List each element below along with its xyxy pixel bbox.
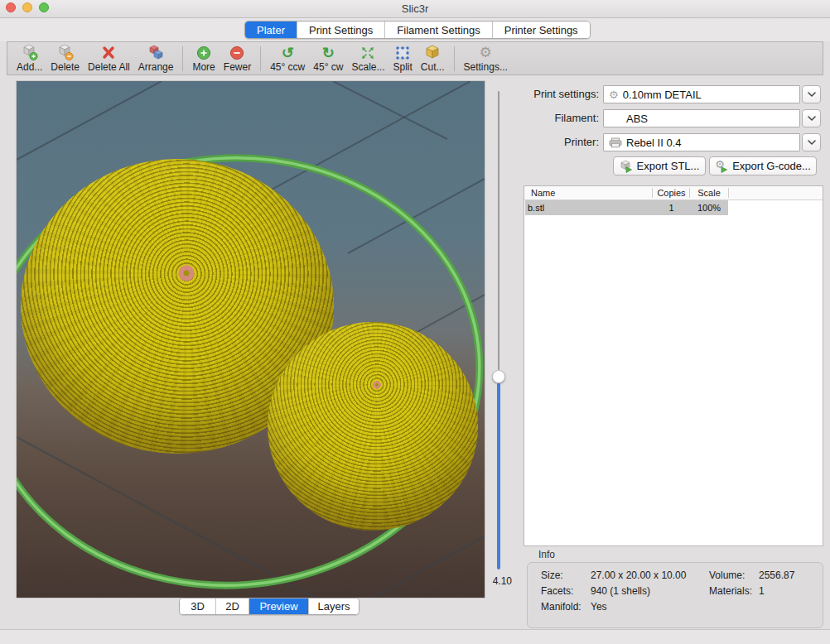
- printer-field[interactable]: Rebel II 0.4: [603, 133, 800, 151]
- cut-label: Cut...: [421, 61, 445, 73]
- filament-value: ABS: [626, 113, 648, 125]
- delete-box-icon: [56, 44, 75, 61]
- tab-filament-settings[interactable]: Filament Settings: [385, 22, 492, 38]
- more-label: More: [192, 61, 215, 73]
- layer-slider-fill[interactable]: [497, 383, 500, 570]
- settings-button[interactable]: ⚙ Settings...: [460, 44, 512, 74]
- print-settings-field[interactable]: ⚙ 0.10mm DETAIL: [603, 85, 800, 103]
- export-stl-icon: [620, 160, 633, 172]
- column-header-copies[interactable]: Copies: [653, 188, 690, 198]
- manifold-label: Manifold:: [541, 601, 581, 613]
- tab-printer-settings[interactable]: Printer Settings: [493, 22, 590, 38]
- tab-print-settings[interactable]: Print Settings: [297, 22, 385, 38]
- column-divider: [728, 188, 729, 198]
- facets-value: 940 (1 shells): [591, 585, 650, 597]
- info-panel: Size: 27.00 x 20.00 x 10.00 Volume: 2556…: [527, 562, 823, 628]
- column-header-name[interactable]: Name: [531, 188, 555, 198]
- print-settings-dropdown-button[interactable]: [802, 85, 821, 103]
- layer-slider-thumb[interactable]: [492, 370, 505, 383]
- view-tab-2d[interactable]: 2D: [216, 598, 249, 614]
- volume-label: Volume:: [709, 570, 745, 581]
- split-label: Split: [393, 61, 412, 73]
- tab-plater[interactable]: Plater: [245, 22, 297, 38]
- column-header-scale[interactable]: Scale: [690, 188, 728, 198]
- add-label: Add...: [17, 61, 42, 73]
- object-list-table[interactable]: Name Copies Scale b.stl 1 100%: [524, 185, 823, 546]
- 3d-viewport[interactable]: [17, 81, 485, 598]
- toolbar-separator: [454, 46, 455, 71]
- rotate-ccw-button[interactable]: ↺ 45° ccw: [266, 44, 309, 74]
- filament-dropdown-button[interactable]: [802, 109, 821, 127]
- manifold-value: Yes: [591, 601, 607, 613]
- materials-label: Materials:: [709, 585, 752, 597]
- info-panel-title: Info: [538, 549, 555, 560]
- toolbar-separator: [260, 46, 261, 71]
- slic3r-window: Slic3r Plater Print Settings Filament Se…: [0, 0, 830, 644]
- print-settings-value: 0.10mm DETAIL: [623, 89, 702, 101]
- rotate-ccw-label: 45° ccw: [270, 61, 305, 73]
- print-settings-label: Print settings:: [504, 85, 599, 103]
- layer-slider-track[interactable]: [498, 91, 499, 370]
- volume-value: 2556.87: [759, 570, 794, 581]
- size-label: Size:: [541, 570, 563, 581]
- fewer-button[interactable]: Fewer: [220, 44, 255, 74]
- toolbar-separator: [182, 46, 183, 71]
- gear-icon: ⚙: [480, 45, 492, 61]
- rotate-cw-label: 45° cw: [313, 61, 343, 73]
- materials-value: 1: [759, 585, 765, 597]
- rotate-cw-icon: ↻: [322, 45, 335, 61]
- window-title: Slic3r: [0, 2, 830, 15]
- delete-label: Delete: [51, 61, 80, 73]
- sliced-object-small: [268, 322, 478, 531]
- large-object-top-highlight: [171, 257, 202, 289]
- size-value: 27.00 x 20.00 x 10.00: [591, 570, 686, 581]
- split-dots-icon: [394, 45, 411, 61]
- facets-label: Facets:: [541, 585, 573, 597]
- scale-arrows-icon: [360, 45, 376, 61]
- minus-circle-icon: [229, 45, 245, 61]
- export-gcode-label: Export G-code...: [732, 160, 811, 172]
- column-divider: [689, 188, 690, 198]
- split-button[interactable]: Split: [388, 44, 416, 74]
- view-tab-3d[interactable]: 3D: [180, 598, 216, 614]
- cell-name: b.stl: [528, 203, 544, 213]
- rotate-ccw-icon: ↺: [282, 45, 294, 61]
- filament-field[interactable]: ABS: [603, 109, 800, 127]
- arrange-cubes-icon: [147, 44, 165, 61]
- red-x-icon: [100, 45, 117, 61]
- chevron-down-icon: [807, 138, 817, 147]
- arrange-label: Arrange: [138, 61, 174, 73]
- delete-all-button[interactable]: Delete All: [84, 44, 134, 74]
- scale-button[interactable]: Scale...: [347, 44, 388, 74]
- small-object-top-highlight: [369, 377, 384, 392]
- delete-all-label: Delete All: [88, 61, 130, 73]
- status-bar: [0, 629, 830, 644]
- printer-dropdown-button[interactable]: [802, 133, 821, 151]
- view-tabs: 3D 2D Preview Layers: [179, 598, 360, 615]
- settings-label: Settings...: [464, 61, 508, 73]
- export-gcode-button[interactable]: ⚙ Export G-code...: [709, 156, 817, 175]
- add-box-icon: [21, 44, 39, 61]
- arrange-button[interactable]: Arrange: [134, 44, 178, 74]
- rotate-cw-button[interactable]: ↻ 45° cw: [309, 44, 347, 74]
- column-divider: [652, 188, 653, 198]
- table-row[interactable]: b.stl 1 100%: [524, 200, 823, 215]
- plus-circle-icon: [195, 45, 212, 61]
- preset-gear-icon: ⚙: [609, 89, 619, 100]
- more-button[interactable]: More: [188, 44, 219, 74]
- scale-label: Scale...: [351, 61, 384, 73]
- printer-value: Rebel II 0.4: [626, 137, 682, 149]
- toolbar: Add... Delete Delete All: [7, 41, 823, 75]
- view-tab-layers[interactable]: Layers: [309, 598, 359, 614]
- cut-cube-icon: [423, 44, 442, 61]
- chevron-down-icon: [807, 90, 817, 99]
- main-tabs: Plater Print Settings Filament Settings …: [244, 21, 591, 39]
- delete-button[interactable]: Delete: [46, 44, 84, 74]
- add-button[interactable]: Add...: [12, 44, 46, 74]
- export-stl-button[interactable]: Export STL...: [613, 156, 706, 175]
- object-table-header: Name Copies Scale: [524, 186, 823, 200]
- view-tab-preview[interactable]: Preview: [249, 598, 309, 614]
- titlebar: Slic3r: [0, 0, 830, 18]
- printer-icon: [609, 137, 622, 148]
- cut-button[interactable]: Cut...: [417, 44, 449, 74]
